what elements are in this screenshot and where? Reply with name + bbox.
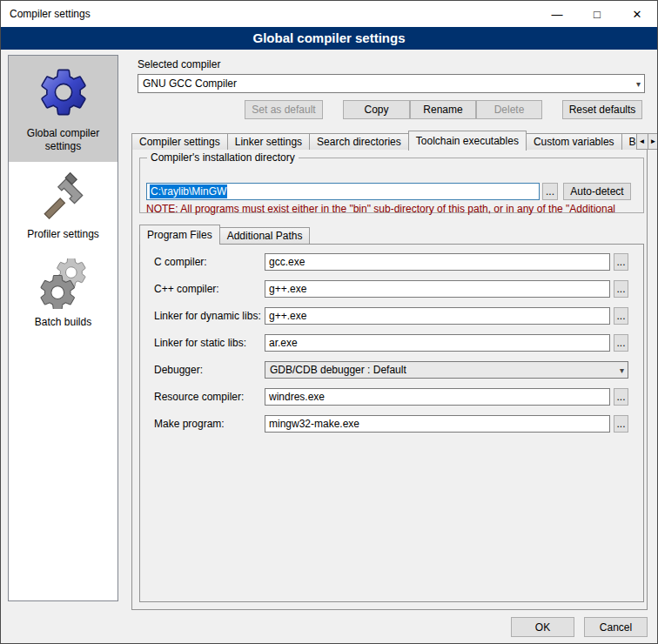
field-label: Linker for static libs: [154, 337, 246, 349]
selected-compiler-label: Selected compiler [138, 58, 220, 70]
subtab-program-files[interactable]: Program Files [139, 225, 220, 245]
tab-scroll-left-button[interactable]: ◄ [636, 133, 648, 150]
toolchain-field-row: Debugger: GDB/CDB debugger : Default ▾ [140, 361, 643, 379]
tab-toolchain-executables[interactable]: Toolchain executables [408, 131, 527, 151]
window-title: Compiler settings [10, 8, 91, 20]
page-title: Global compiler settings [1, 27, 657, 50]
maximize-button[interactable]: □ [577, 1, 617, 27]
reset-defaults-button[interactable]: Reset defaults [562, 100, 642, 119]
static-linker-input[interactable] [265, 334, 610, 352]
compiler-settings-window: Compiler settings — □ ✕ Global compiler … [0, 0, 658, 644]
settings-category-list: Global compiler settings Profiler settin… [8, 55, 118, 601]
selected-compiler-value: GNU GCC Compiler [143, 77, 633, 90]
tab-build[interactable]: Build [621, 133, 637, 150]
toolchain-executables-panel: Compiler's installation directory C:\ray… [131, 149, 648, 610]
main-content: Selected compiler GNU GCC Compiler ▾ Set… [127, 50, 652, 644]
set-as-default-button: Set as default [245, 100, 323, 119]
field-label: C compiler: [154, 256, 207, 268]
rename-button[interactable]: Rename [410, 100, 476, 119]
selected-compiler-dropdown[interactable]: GNU GCC Compiler ▾ [138, 74, 645, 93]
chevron-down-icon: ▾ [636, 79, 641, 89]
subtab-additional-paths[interactable]: Additional Paths [219, 227, 311, 244]
browse-button[interactable]: ... [614, 415, 628, 433]
browse-directory-button[interactable]: ... [542, 183, 558, 200]
browse-button[interactable]: ... [614, 307, 628, 325]
field-label: Linker for dynamic libs: [154, 310, 261, 322]
close-icon: ✕ [633, 8, 642, 21]
chevron-down-icon: ▾ [620, 366, 624, 375]
dynamic-linker-input[interactable] [265, 307, 610, 325]
tab-compiler-settings[interactable]: Compiler settings [131, 133, 228, 150]
toolchain-field-row: C++ compiler: ... [140, 280, 643, 298]
toolchain-field-row: Make program: ... [140, 415, 643, 433]
sidebar-item-label: Batch builds [35, 316, 91, 329]
program-files-panel: C compiler: ... C++ compiler: ... Linker… [139, 244, 644, 602]
field-label: Resource compiler: [154, 391, 244, 403]
sidebar-item-label: Global compiler settings [11, 127, 115, 153]
minimize-button[interactable]: — [537, 1, 577, 27]
sidebar-item-batch-builds[interactable]: Batch builds [9, 250, 118, 338]
gray-gears-icon [38, 258, 89, 309]
make-program-input[interactable] [265, 415, 610, 433]
tab-search-directories[interactable]: Search directories [309, 133, 409, 150]
sidebar-item-label: Profiler settings [27, 228, 99, 241]
maximize-icon: □ [594, 8, 601, 21]
bin-subdirectory-note: NOTE: All programs must exist either in … [146, 203, 644, 215]
ok-button[interactable]: OK [511, 617, 574, 637]
toolchain-field-row: Resource compiler: ... [140, 388, 643, 406]
toolchain-field-row: Linker for dynamic libs: ... [140, 307, 643, 325]
copy-button[interactable]: Copy [343, 100, 410, 119]
debugger-dropdown[interactable]: GDB/CDB debugger : Default ▾ [265, 361, 628, 379]
sidebar-item-profiler-settings[interactable]: Profiler settings [9, 162, 118, 250]
installation-directory-selected-text: C:\raylib\MinGW [150, 184, 227, 198]
window-controls: — □ ✕ [537, 1, 657, 27]
resource-compiler-input[interactable] [265, 388, 610, 406]
tab-scroll-right-button[interactable]: ► [648, 133, 658, 150]
installation-directory-group-title: Compiler's installation directory [147, 151, 299, 164]
installation-directory-group: Compiler's installation directory C:\ray… [139, 158, 644, 213]
delete-button: Delete [476, 100, 542, 119]
tab-linker-settings[interactable]: Linker settings [227, 133, 310, 150]
browse-button[interactable]: ... [614, 334, 628, 352]
scroll-left-icon: ◄ [639, 138, 646, 145]
toolchain-field-row: Linker for static libs: ... [140, 334, 643, 352]
close-button[interactable]: ✕ [617, 1, 657, 27]
browse-button[interactable]: ... [614, 253, 628, 271]
dialog-body: Global compiler settings Profiler settin… [1, 50, 657, 643]
settings-tabstrip: Compiler settings Linker settings Search… [131, 130, 652, 150]
cancel-button[interactable]: Cancel [584, 617, 648, 637]
debugger-value: GDB/CDB debugger : Default [270, 364, 616, 376]
sidebar-item-global-compiler-settings[interactable]: Global compiler settings [9, 56, 118, 162]
c-compiler-input[interactable] [265, 253, 610, 271]
cpp-compiler-input[interactable] [265, 280, 610, 298]
browse-button[interactable]: ... [614, 280, 628, 298]
tab-custom-variables[interactable]: Custom variables [526, 133, 622, 150]
minimize-icon: — [552, 8, 563, 21]
field-label: Make program: [154, 418, 225, 430]
toolchain-field-row: C compiler: ... [140, 253, 643, 271]
toolchain-subtabstrip: Program Files Additional Paths [139, 225, 644, 244]
titlebar[interactable]: Compiler settings — □ ✕ [1, 1, 657, 27]
browse-button[interactable]: ... [614, 388, 628, 406]
installation-directory-input[interactable]: C:\raylib\MinGW [146, 183, 540, 200]
auto-detect-button[interactable]: Auto-detect [563, 183, 631, 200]
field-label: Debugger: [154, 364, 203, 376]
scroll-right-icon: ► [650, 138, 657, 145]
field-label: C++ compiler: [154, 283, 219, 295]
profiler-tool-icon [38, 171, 89, 221]
blue-gear-icon [36, 64, 91, 120]
